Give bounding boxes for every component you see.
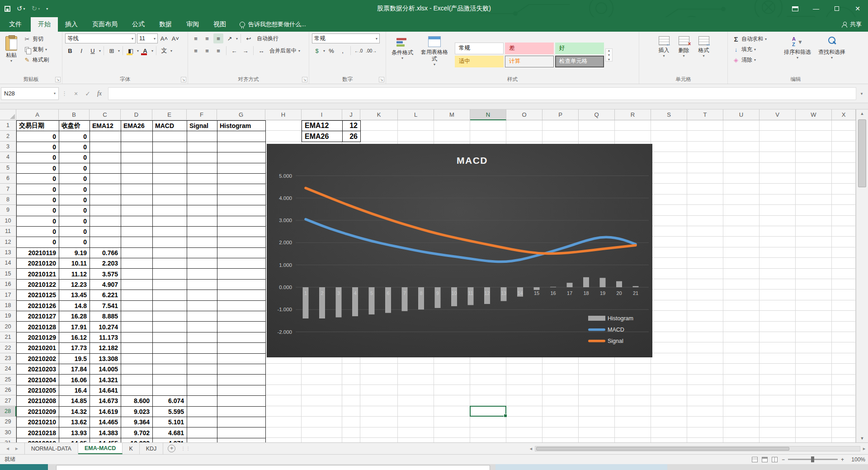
cell-B26[interactable]: 16.4 bbox=[59, 385, 90, 396]
cell-E7[interactable] bbox=[153, 184, 187, 195]
horizontal-scrollbar[interactable]: ◄ ► bbox=[529, 445, 866, 452]
cell-I2[interactable]: EMA26 bbox=[302, 131, 343, 142]
cell-D27[interactable]: 8.600 bbox=[121, 396, 153, 406]
cell-D8[interactable] bbox=[121, 195, 153, 205]
cell-B31[interactable]: 14.05 bbox=[59, 438, 90, 442]
cell-E1[interactable]: MACD bbox=[153, 121, 187, 131]
cell-F18[interactable] bbox=[187, 301, 217, 311]
row-header-11[interactable]: 11 bbox=[0, 226, 16, 237]
cell-A27[interactable]: 20210208 bbox=[17, 396, 59, 406]
cell-E24[interactable] bbox=[153, 364, 187, 375]
cell-E23[interactable] bbox=[153, 354, 187, 364]
row-header-13[interactable]: 13 bbox=[0, 247, 16, 258]
cell-G3[interactable] bbox=[217, 142, 266, 152]
cell-C7[interactable] bbox=[90, 184, 121, 195]
cell-I1[interactable]: EMA12 bbox=[302, 121, 343, 131]
cell-D4[interactable] bbox=[121, 152, 153, 163]
font-name-combo[interactable]: 等线▾ bbox=[65, 33, 136, 43]
align-top-button[interactable]: ≡ bbox=[191, 33, 201, 43]
sheet-tab-K[interactable]: K bbox=[123, 443, 139, 454]
cell-C23[interactable]: 13.308 bbox=[90, 354, 121, 364]
cell-F2[interactable] bbox=[187, 131, 217, 142]
column-header-U[interactable]: U bbox=[723, 109, 760, 120]
cell-F6[interactable] bbox=[187, 174, 217, 184]
cell-D30[interactable]: 9.702 bbox=[121, 427, 153, 438]
cell-F22[interactable] bbox=[187, 343, 217, 353]
cell-E17[interactable] bbox=[153, 290, 187, 300]
increase-decimal-button[interactable]: ←.0 bbox=[354, 46, 363, 56]
cell-G19[interactable] bbox=[217, 311, 266, 322]
phonetic-button[interactable]: 文 bbox=[159, 46, 169, 56]
scroll-down-arrow[interactable]: ▼ bbox=[856, 434, 868, 442]
cell-A22[interactable]: 20210201 bbox=[17, 343, 59, 353]
cell-B19[interactable]: 16.28 bbox=[59, 311, 90, 322]
row-header-17[interactable]: 17 bbox=[0, 290, 16, 300]
cell-G26[interactable] bbox=[217, 385, 266, 396]
cell-C12[interactable] bbox=[90, 237, 121, 247]
cell-D12[interactable] bbox=[121, 237, 153, 247]
column-header-J[interactable]: J bbox=[342, 109, 360, 120]
cell-C31[interactable]: 14.455 bbox=[90, 438, 121, 442]
qat-customize-button[interactable]: ▾ bbox=[46, 7, 48, 11]
cell-F7[interactable] bbox=[187, 184, 217, 195]
new-sheet-button[interactable]: + bbox=[168, 445, 175, 452]
cell-E25[interactable] bbox=[153, 375, 187, 385]
align-bottom-button[interactable]: ≡ bbox=[213, 33, 223, 43]
cell-G15[interactable] bbox=[217, 269, 266, 279]
borders-button[interactable]: ⊞ bbox=[107, 46, 117, 56]
row-header-9[interactable]: 9 bbox=[0, 205, 16, 215]
cell-G13[interactable] bbox=[217, 248, 266, 258]
find-select-button[interactable]: 查找和选择▾ bbox=[816, 33, 848, 76]
cell-B23[interactable]: 19.5 bbox=[59, 354, 90, 364]
confirm-entry-button[interactable]: ✓ bbox=[82, 87, 94, 100]
cell-A3[interactable]: 0 bbox=[17, 142, 59, 152]
cell-D23[interactable] bbox=[121, 354, 153, 364]
cell-E22[interactable] bbox=[153, 343, 187, 353]
comma-button[interactable]: , bbox=[338, 46, 348, 56]
cell-E20[interactable] bbox=[153, 322, 187, 332]
cell-D31[interactable]: 10.033 bbox=[121, 438, 153, 442]
cell-F1[interactable]: Signal bbox=[187, 121, 217, 131]
cell-B21[interactable]: 16.12 bbox=[59, 332, 90, 343]
bold-button[interactable]: B bbox=[65, 46, 75, 56]
autosum-button[interactable]: Σ自动求和▾ bbox=[731, 34, 779, 44]
align-center-button[interactable]: ≡ bbox=[202, 46, 212, 56]
cell-A15[interactable]: 20210121 bbox=[17, 269, 59, 279]
cell-E9[interactable] bbox=[153, 205, 187, 216]
cell-D29[interactable]: 9.364 bbox=[121, 417, 153, 427]
cell-A6[interactable]: 0 bbox=[17, 174, 59, 184]
currency-button[interactable]: $ bbox=[312, 46, 322, 56]
cell-D11[interactable] bbox=[121, 227, 153, 237]
cell-C15[interactable]: 3.575 bbox=[90, 269, 121, 279]
cell-E8[interactable] bbox=[153, 195, 187, 205]
cell-G30[interactable] bbox=[217, 427, 266, 438]
column-header-O[interactable]: O bbox=[506, 109, 542, 120]
scroll-left-arrow[interactable]: ◄ bbox=[529, 446, 533, 451]
cell-E21[interactable] bbox=[153, 332, 187, 343]
format-as-table-button[interactable]: 套用表格格式▾ bbox=[418, 33, 451, 76]
cell-F16[interactable] bbox=[187, 280, 217, 290]
row-header-3[interactable]: 3 bbox=[0, 142, 16, 152]
cell-E13[interactable] bbox=[153, 248, 187, 258]
ribbon-tab-公式[interactable]: 公式 bbox=[125, 17, 152, 32]
cell-style-计算[interactable]: 计算 bbox=[505, 56, 554, 67]
cell-style-检查单元格[interactable]: 检查单元格 bbox=[555, 56, 604, 67]
cell-style-适中[interactable]: 适中 bbox=[455, 56, 504, 67]
cell-A28[interactable]: 20210209 bbox=[17, 407, 59, 417]
cell-E28[interactable]: 5.595 bbox=[153, 407, 187, 417]
macd-chart[interactable]: 5.0004.0003.0002.0001.0000.000-1.000-2.0… bbox=[267, 144, 652, 357]
row-header-12[interactable]: 12 bbox=[0, 237, 16, 247]
row-header-2[interactable]: 2 bbox=[0, 131, 16, 141]
row-header-18[interactable]: 18 bbox=[0, 300, 16, 311]
cell-B27[interactable]: 14.85 bbox=[59, 396, 90, 406]
clipboard-dialog-launcher[interactable]: ↘ bbox=[55, 77, 61, 82]
cell-G2[interactable] bbox=[217, 131, 266, 142]
column-header-Q[interactable]: Q bbox=[579, 109, 615, 120]
column-header-G[interactable]: G bbox=[217, 109, 265, 120]
ribbon-tab-文件[interactable]: 文件 bbox=[0, 17, 31, 32]
decrease-decimal-button[interactable]: .00→ bbox=[365, 46, 377, 56]
cell-A12[interactable]: 0 bbox=[17, 237, 59, 247]
row-header-8[interactable]: 8 bbox=[0, 195, 16, 205]
save-button[interactable] bbox=[5, 6, 10, 12]
align-right-button[interactable]: ≡ bbox=[213, 46, 223, 56]
